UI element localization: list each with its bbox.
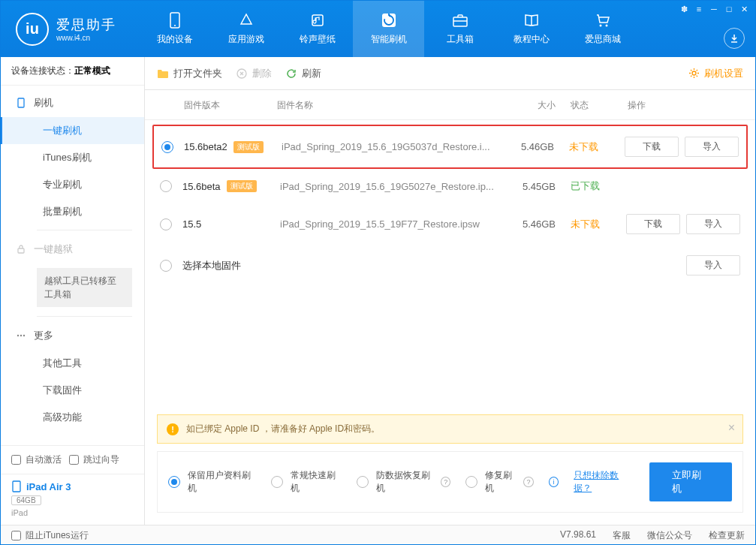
more-icon [16, 330, 26, 341]
nav-ringtones[interactable]: 铃声壁纸 [282, 1, 353, 57]
check-update-link[interactable]: 检查更新 [709, 529, 745, 542]
import-button[interactable]: 导入 [686, 214, 740, 234]
music-icon [309, 12, 326, 29]
wechat-link[interactable]: 微信公众号 [647, 529, 692, 542]
firmware-status: 已下载 [556, 179, 616, 193]
sidebar-group-flash[interactable]: 刷机 [1, 89, 144, 117]
sidebar-group-more[interactable]: 更多 [1, 321, 144, 350]
svg-point-5 [599, 25, 601, 27]
opt-recovery[interactable]: 防数据恢复刷机? [357, 469, 450, 495]
firmware-status: 未下载 [554, 140, 614, 154]
lock-icon [16, 244, 26, 254]
col-action: 操作 [616, 99, 743, 112]
gear-icon [688, 68, 700, 80]
refresh-button[interactable]: 刷新 [285, 67, 321, 80]
toolbar: 打开文件夹 删除 刷新 刷机设置 [145, 57, 755, 90]
erase-data-link[interactable]: 只想抹除数据？ [574, 469, 634, 495]
import-button[interactable]: 导入 [686, 255, 740, 276]
phone-flash-icon [16, 98, 26, 108]
skin-button[interactable]: ✽ [677, 4, 691, 14]
nav-my-device[interactable]: 我的设备 [139, 1, 210, 57]
firmware-size: 5.46GB [494, 141, 554, 152]
firmware-radio[interactable] [161, 141, 173, 153]
sidebar: 设备连接状态：正常模式 刷机 一键刷机 iTunes刷机 专业刷机 批量刷机 一… [1, 57, 145, 525]
local-firmware-label: 选择本地固件 [182, 259, 241, 272]
svg-rect-12 [13, 481, 20, 492]
window-controls: ✽ ≡ ─ □ ✕ [673, 1, 755, 17]
connection-status: 设备连接状态：正常模式 [1, 57, 144, 86]
storage-badge: 64GB [11, 495, 41, 505]
sidebar-group-jailbreak: 一键越狱 [1, 235, 144, 263]
firmware-filename: iPad_Spring_2019_15.6_19G5027e_Restore.i… [280, 181, 495, 192]
sidebar-item-batch-flash[interactable]: 批量刷机 [1, 198, 144, 225]
version-label: V7.98.61 [560, 529, 596, 542]
block-itunes-checkbox[interactable]: 阻止iTunes运行 [11, 529, 89, 542]
notice-close-button[interactable]: × [728, 421, 735, 435]
cart-icon [595, 12, 611, 29]
minimize-button[interactable]: ─ [707, 4, 721, 14]
firmware-radio[interactable] [160, 218, 172, 230]
import-button[interactable]: 导入 [685, 137, 739, 157]
close-button[interactable]: ✕ [737, 4, 751, 14]
open-folder-button[interactable]: 打开文件夹 [157, 67, 222, 80]
apps-icon [238, 12, 255, 29]
download-button[interactable]: 下载 [625, 137, 679, 157]
app-title: 爱思助手 [56, 16, 116, 34]
download-manager-button[interactable] [724, 28, 745, 49]
flash-now-button[interactable]: 立即刷机 [649, 462, 732, 501]
menu-button[interactable]: ≡ [692, 4, 706, 14]
device-name-label: iPad Air 3 [26, 481, 71, 492]
svg-rect-7 [18, 98, 24, 107]
svg-point-11 [23, 335, 25, 336]
app-header: iu 爱思助手 www.i4.cn 我的设备 应用游戏 铃声壁纸 智能刷机 工具… [1, 1, 755, 57]
info-icon[interactable]: i [549, 477, 559, 487]
help-icon[interactable]: ? [523, 477, 533, 487]
auto-activate-checkbox[interactable]: 自动激活 [11, 453, 62, 466]
flash-settings-button[interactable]: 刷机设置 [688, 67, 743, 80]
beta-tag: 测试版 [233, 141, 264, 153]
svg-rect-4 [453, 17, 467, 26]
reload-icon [285, 68, 297, 80]
svg-point-6 [605, 25, 607, 27]
sidebar-item-pro-flash[interactable]: 专业刷机 [1, 171, 144, 198]
firmware-row[interactable]: 15.6beta测试版 iPad_Spring_2019_15.6_19G502… [152, 169, 748, 203]
svg-point-10 [20, 335, 22, 336]
nav-tutorials[interactable]: 教程中心 [495, 1, 567, 57]
download-button[interactable]: 下载 [626, 214, 680, 234]
sidebar-item-download-fw[interactable]: 下载固件 [1, 377, 144, 404]
tablet-icon [11, 480, 22, 492]
opt-repair[interactable]: 修复刷机? [465, 469, 533, 495]
opt-keep-data[interactable]: 保留用户资料刷机 [168, 469, 256, 495]
footer: 阻止iTunes运行 V7.98.61 客服 微信公众号 检查更新 [1, 525, 755, 545]
nav-store[interactable]: 爱思商城 [567, 1, 638, 57]
firmware-version: 15.6beta2 [184, 141, 227, 152]
local-firmware-row[interactable]: 选择本地固件 导入 [152, 245, 748, 286]
help-icon[interactable]: ? [441, 477, 450, 487]
book-icon [523, 12, 540, 29]
firmware-radio[interactable] [160, 260, 172, 272]
nav-toolbox[interactable]: 工具箱 [424, 1, 495, 57]
nav-apps[interactable]: 应用游戏 [210, 1, 282, 57]
firmware-row[interactable]: 15.5 iPad_Spring_2019_15.5_19F77_Restore… [152, 203, 748, 245]
maximize-button[interactable]: □ [722, 4, 736, 14]
sidebar-item-advanced[interactable]: 高级功能 [1, 404, 144, 431]
nav-flash[interactable]: 智能刷机 [353, 1, 424, 57]
skip-guide-checkbox[interactable]: 跳过向导 [69, 453, 119, 466]
firmware-radio[interactable] [160, 180, 172, 192]
flash-options: 保留用户资料刷机 常规快速刷机 防数据恢复刷机? 修复刷机? i 只想抹除数据？… [157, 451, 743, 513]
phone-icon [167, 12, 183, 29]
svg-rect-8 [18, 248, 24, 253]
firmware-filename: iPad_Spring_2019_15.6_19G5037d_Restore.i… [282, 141, 494, 152]
device-info[interactable]: iPad Air 3 64GB iPad [1, 474, 144, 525]
customer-service-link[interactable]: 客服 [613, 529, 631, 542]
jailbreak-note: 越狱工具已转移至工具箱 [37, 268, 132, 307]
apple-id-notice: ! 如已绑定 Apple ID ，请准备好 Apple ID和密码。 × [157, 414, 743, 444]
opt-normal[interactable]: 常规快速刷机 [271, 469, 342, 495]
delete-icon [236, 68, 248, 80]
sidebar-item-itunes-flash[interactable]: iTunes刷机 [1, 144, 144, 171]
sidebar-item-onekey-flash[interactable]: 一键刷机 [1, 117, 144, 144]
firmware-row[interactable]: 15.6beta2测试版 iPad_Spring_2019_15.6_19G50… [152, 125, 748, 169]
firmware-size: 5.45GB [495, 181, 556, 192]
sidebar-item-other-tools[interactable]: 其他工具 [1, 350, 144, 377]
app-url: www.i4.cn [56, 34, 116, 42]
